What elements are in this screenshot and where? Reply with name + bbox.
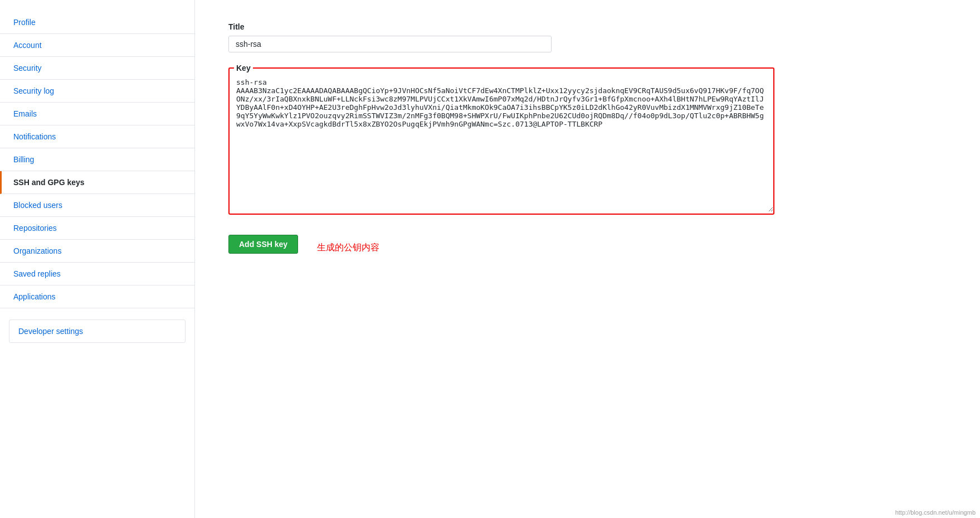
- sidebar-item-emails[interactable]: Emails: [0, 103, 194, 125]
- key-group: Key ssh-rsa AAAAB3NzaC1yc2EAAAADAQABAAAB…: [228, 64, 719, 215]
- main-content: Title Key ssh-rsa AAAAB3NzaC1yc2EAAAADAQ…: [195, 0, 752, 518]
- sidebar-item-organizations[interactable]: Organizations: [0, 240, 194, 263]
- sidebar-item-applications[interactable]: Applications: [0, 285, 194, 308]
- developer-settings-section: Developer settings: [9, 319, 186, 343]
- key-label: Key: [234, 64, 253, 72]
- key-fieldset: Key ssh-rsa AAAAB3NzaC1yc2EAAAADAQABAAAB…: [228, 64, 774, 215]
- key-textarea[interactable]: ssh-rsa AAAAB3NzaC1yc2EAAAADAQABAAABgQCi…: [230, 72, 773, 212]
- sidebar-item-ssh-gpg-keys[interactable]: SSH and GPG keys: [0, 171, 194, 194]
- sidebar: ProfileAccountSecuritySecurity logEmails…: [0, 0, 195, 518]
- form-actions: Add SSH key 生成的公钥内容: [228, 226, 719, 254]
- sidebar-item-blocked-users[interactable]: Blocked users: [0, 194, 194, 217]
- sidebar-item-profile[interactable]: Profile: [0, 11, 194, 34]
- sidebar-nav: ProfileAccountSecuritySecurity logEmails…: [0, 11, 194, 308]
- sidebar-item-security[interactable]: Security: [0, 57, 194, 80]
- sidebar-item-repositories[interactable]: Repositories: [0, 217, 194, 240]
- sidebar-item-security-log[interactable]: Security log: [0, 80, 194, 103]
- page-layout: ProfileAccountSecuritySecurity logEmails…: [0, 0, 980, 518]
- sidebar-item-account[interactable]: Account: [0, 34, 194, 57]
- sidebar-item-developer-settings[interactable]: Developer settings: [9, 320, 185, 342]
- hint-text: 生成的公钥内容: [317, 242, 379, 254]
- add-ssh-key-button[interactable]: Add SSH key: [228, 235, 298, 254]
- title-input[interactable]: [228, 36, 552, 52]
- title-label: Title: [228, 22, 719, 31]
- footer-url: http://blog.csdn.net/u/mingmb: [891, 507, 980, 518]
- sidebar-item-billing[interactable]: Billing: [0, 148, 194, 171]
- sidebar-item-notifications[interactable]: Notifications: [0, 125, 194, 148]
- title-group: Title: [228, 22, 719, 52]
- sidebar-item-saved-replies[interactable]: Saved replies: [0, 263, 194, 285]
